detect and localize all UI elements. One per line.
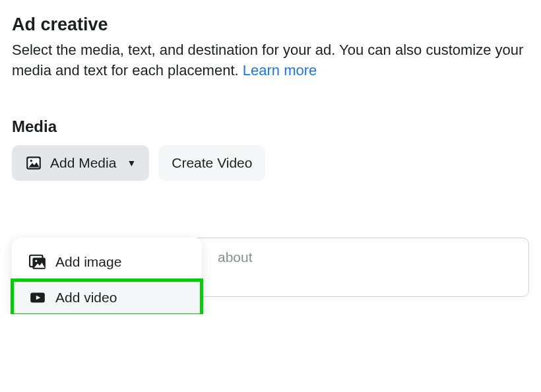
add-video-label: Add video [55, 290, 117, 306]
add-media-button[interactable]: Add Media ▼ [12, 145, 149, 181]
media-button-row: Add Media ▼ Create Video [12, 145, 529, 181]
add-media-label: Add Media [50, 155, 116, 171]
page-title: Ad creative [12, 15, 529, 35]
add-video-icon [29, 289, 46, 306]
svg-point-2 [30, 160, 32, 162]
create-video-label: Create Video [172, 155, 252, 171]
create-video-button[interactable]: Create Video [158, 145, 265, 181]
add-image-label: Add image [55, 254, 121, 270]
media-section-label: Media [12, 117, 529, 136]
dropdown-item-add-image[interactable]: Add image [12, 244, 202, 280]
image-icon [25, 154, 42, 172]
description-text: Select the media, text, and destination … [12, 40, 529, 81]
svg-point-5 [35, 259, 37, 261]
dropdown-item-add-video[interactable]: Add video [12, 280, 202, 314]
caret-down-icon: ▼ [127, 158, 136, 168]
add-media-dropdown: Add image Add video Add From Catalog [12, 238, 202, 314]
learn-more-link[interactable]: Learn more [243, 62, 317, 79]
add-image-icon [29, 253, 46, 271]
